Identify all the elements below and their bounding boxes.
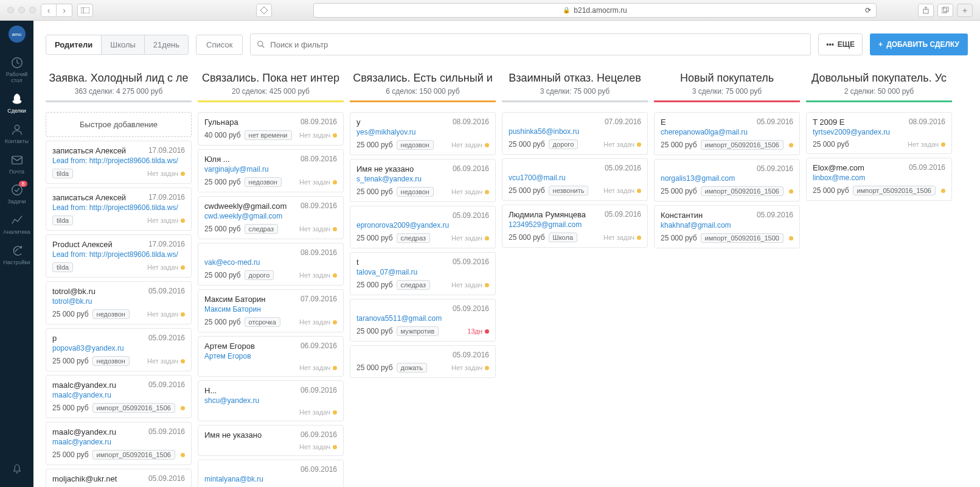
card-link: vcu1700@mail.ru [509,173,641,182]
deal-card[interactable]: Н...06.09.2016shcu@yandex.ruНет задач [198,380,344,421]
back-button[interactable]: ‹ [41,4,57,17]
card-status: Нет задач [451,188,489,195]
deal-card[interactable]: 05.09.2016vcu1700@mail.ru25 000 рубнезво… [502,158,648,201]
card-link: talova_07@mail.ru [356,268,489,276]
status-dot-icon [637,142,641,147]
deal-card[interactable]: cwdweekly@gmail.com08.09.2016cwd.weekly@… [198,196,344,239]
newtab-button[interactable]: + [957,4,973,17]
deal-card[interactable]: 05.09.2016norgalis13@gmail.com25 000 руб… [654,159,800,201]
card-date: 05.09.2016 [605,210,641,219]
card-link: cwd.weekly@gmail.com [204,212,337,220]
deal-card[interactable]: записаться Алексей17.09.2016Lead from: h… [46,141,192,184]
card-price: 25 000 руб [52,404,89,412]
sidebar-icon [10,93,24,106]
quick-add[interactable]: Быстрое добавление [46,112,192,137]
add-deal-button[interactable]: + ДОБАВИТЬ СДЕЛКУ [870,33,968,55]
deal-card[interactable]: y08.09.2016yes@mikhalyov.ru25 000 рубнед… [350,112,496,155]
deal-card[interactable]: maalc@yandex.ru05.09.2016maalc@yandex.ru… [46,422,192,465]
search-input[interactable] [270,40,804,49]
card-status: Нет задач [147,357,185,365]
card-status: Нет задач [603,234,641,241]
deal-card[interactable]: Юля ...08.09.2016varginajuly@mail.ru25 0… [198,149,344,192]
deal-card[interactable]: E05.09.2016cherepanowa0lga@mail.ru25 000… [654,112,800,155]
sidebar-toggle[interactable] [77,4,93,17]
card-date: 08.09.2016 [301,155,337,163]
deal-card[interactable]: maalc@yandex.ru05.09.2016maalc@yandex.ru… [46,375,192,418]
card-date: 05.09.2016 [453,304,489,313]
status-dot-icon [181,219,185,223]
column-title: Взаимный отказ. Нецелев [502,72,648,85]
card-name: Артем Егоров [204,342,255,351]
list-view-button[interactable]: Список [196,35,243,55]
deal-card[interactable]: p05.09.2016popova83@yandex.ru25 000 рубн… [46,328,192,371]
status-dot-icon [333,273,337,278]
deal-card[interactable]: t05.09.2016talova_07@mail.ru25 000 рубсл… [350,252,496,295]
card-date: 06.09.2016 [453,164,489,173]
sidebar-icon [10,214,24,227]
card-name: Максим Баторин [204,295,266,304]
card-name: T 2009 E [813,117,845,127]
card-status: Нет задач [147,170,185,177]
reader-button[interactable] [256,4,272,17]
share-button[interactable] [918,4,934,17]
address-bar[interactable]: 🔒 b21d.amocrm.ru ⟳ [313,3,877,18]
card-link: Lead from: http://project89606.tilda.ws/ [52,156,185,165]
sidebar-item-3[interactable]: Почта [0,150,33,180]
card-tag: дорого [245,270,274,280]
max-dot[interactable] [29,7,36,13]
close-dot[interactable] [7,7,14,13]
card-link: cherepanowa0lga@mail.ru [661,128,793,136]
column-title: Связались. Есть сильный и [350,72,496,85]
status-dot-icon [485,236,489,240]
pipeline-tab[interactable]: Школы [102,35,145,54]
sidebar-label: Контакты [5,139,29,145]
app-logo[interactable]: amo [9,26,26,43]
sidebar-item-5[interactable]: Аналитика [0,210,33,240]
search-bar[interactable] [250,33,811,55]
deal-card[interactable]: Людмила Румянцева05.09.201612349529@gmai… [502,205,648,248]
forward-button[interactable]: › [57,4,72,17]
deal-card[interactable]: 05.09.2016epronorova2009@yandex.ru25 000… [350,206,496,248]
status-dot-icon [941,189,945,193]
deal-card[interactable]: totrol@bk.ru05.09.2016totrol@bk.ru25 000… [46,281,192,324]
card-tag: недозвон [92,356,130,366]
sidebar-item-0[interactable]: Рабочий стол [0,52,33,89]
card-date: 06.09.2016 [301,465,337,474]
sidebar-item-1[interactable]: Сделки [0,89,33,119]
deal-card[interactable]: записаться Алексей17.09.2016Lead from: h… [46,187,192,231]
more-button[interactable]: ••• ЕЩЕ [818,33,863,55]
card-tag: tilda [52,215,73,225]
deal-card[interactable]: moljachik@ukr.net05.09.201625 000 рубимп… [46,469,192,487]
reload-icon[interactable]: ⟳ [865,6,871,15]
pipeline-tab[interactable]: 21день [145,35,188,54]
sidebar-item-2[interactable]: Контакты [0,119,33,150]
search-icon [257,40,265,49]
deal-card[interactable]: Максим Баторин07.09.2016Максим Баторин25… [198,289,344,332]
deal-card[interactable]: Гульнара08.09.201640 000 рубнет времениН… [198,112,344,145]
card-price: 25 000 руб [661,234,697,242]
status-dot-icon [485,190,489,194]
tabs-button[interactable] [937,4,953,17]
deal-card[interactable]: Артем Егоров06.09.2016Артем ЕгоровНет за… [198,336,344,377]
deal-card[interactable]: Elox@me.com05.09.2016linbox@me.com25 000… [806,158,952,201]
sidebar-item-4[interactable]: Задачи8 [0,180,33,210]
deal-card[interactable]: T 2009 E08.09.2016tyrtsev2009@yandex.ru2… [806,112,952,154]
deal-card[interactable]: Константин05.09.2016khakhnaf@gmail.com25… [654,205,800,248]
deal-card[interactable]: 07.09.2016pushinka56@inbox.ru25 000 рубд… [502,112,648,155]
sidebar-item-6[interactable]: Настройки [0,240,33,271]
deal-card[interactable]: 05.09.201625 000 рубдожатьНет задач [350,345,496,378]
card-price: 25 000 руб [509,186,545,195]
card-link: Максим Баторин [204,305,337,314]
notifications-icon[interactable] [0,464,33,475]
deal-card[interactable]: Product Алексей17.09.2016Lead from: http… [46,234,192,278]
card-name: Имя не указано [356,164,414,173]
deal-card[interactable]: Имя не указано06.09.2016s_tenak@yandex.r… [350,159,496,202]
card-date: 08.09.2016 [301,117,337,126]
deal-card[interactable]: 08.09.2016vak@eco-med.ru25 000 рубдорого… [198,243,344,286]
deal-card[interactable]: 06.09.2016mintalyana@bk.ruнет времениНет… [198,460,344,487]
deal-card[interactable]: Имя не указано06.09.2016Нет задач [198,425,344,456]
min-dot[interactable] [18,7,25,13]
deal-card[interactable]: 05.09.2016taranova5511@gmail.com25 000 р… [350,299,496,342]
pipeline-tab[interactable]: Родители [46,35,102,54]
card-price: 25 000 руб [204,178,241,186]
